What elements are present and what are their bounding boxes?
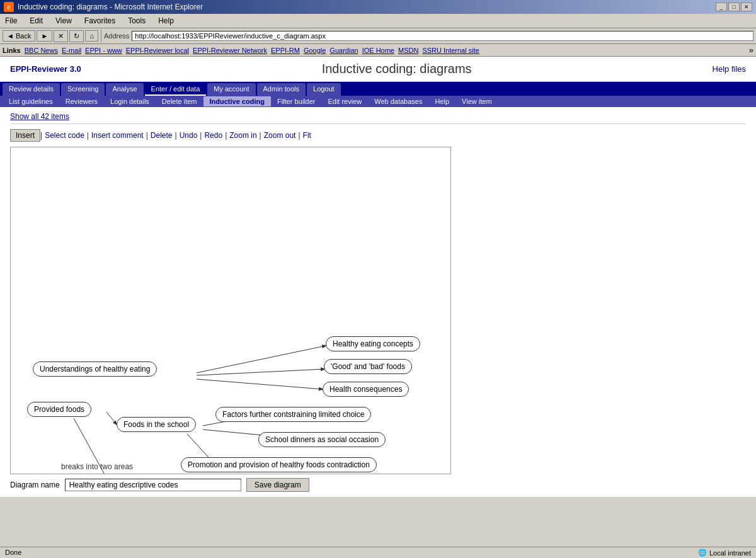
link-ioe-home[interactable]: IOE Home	[362, 47, 394, 54]
links-label: Links	[3, 47, 21, 54]
menu-edit[interactable]: Edit	[27, 15, 45, 26]
break-text: breaks into two areas	[61, 462, 133, 471]
tab-admin-tools[interactable]: Admin tools	[257, 83, 306, 96]
tab-my-account[interactable]: My account	[207, 83, 255, 96]
subnav-delete-item[interactable]: Delete item	[156, 96, 203, 106]
zoom-in-link[interactable]: Zoom in	[227, 131, 259, 140]
app-name: EPPI-Reviewer 3.0	[10, 64, 81, 74]
node-school-dinners[interactable]: School dinners as social occasion	[258, 432, 386, 447]
redo-link[interactable]: Redo	[202, 131, 225, 140]
diagram-area[interactable]: Understandings of healthy eating Healthy…	[10, 147, 451, 474]
fit-link[interactable]: Fit	[301, 131, 314, 140]
tab-screening[interactable]: Screening	[61, 83, 105, 96]
show-items-link[interactable]: Show all 42 items	[10, 112, 746, 124]
window-title: Inductive coding: diagrams - Microsoft I…	[18, 3, 203, 11]
svg-line-3	[106, 412, 117, 424]
help-files-link[interactable]: Help files	[713, 64, 746, 74]
show-items-anchor[interactable]: Show all 42 items	[10, 112, 69, 121]
node-good-bad-foods[interactable]: 'Good' and 'bad' foods	[324, 359, 412, 374]
subnav-view-item[interactable]: View item	[455, 96, 498, 106]
subnav-inductive-coding[interactable]: Inductive coding	[203, 96, 271, 106]
minimize-btn[interactable]: _	[716, 3, 727, 11]
link-bbc-news[interactable]: BBC News	[25, 47, 58, 54]
insert-comment-link[interactable]: Insert comment	[89, 131, 146, 140]
node-promotion-provision[interactable]: Promotion and provision of healthy foods…	[181, 457, 377, 472]
stop-button[interactable]: ✕	[54, 30, 68, 42]
window-controls[interactable]: _ □ ✕	[716, 3, 752, 11]
refresh-button[interactable]: ↻	[69, 30, 84, 42]
subnav-help[interactable]: Help	[428, 96, 455, 106]
menu-bar: File Edit View Favorites Tools Help	[0, 14, 756, 28]
bottom-row: Diagram name Save diagram	[10, 478, 746, 492]
tab-review-details[interactable]: Review details	[3, 83, 60, 96]
node-healthy-eating-concepts[interactable]: Healthy eating concepts	[326, 336, 420, 351]
subnav-edit-review[interactable]: Edit review	[321, 96, 368, 106]
link-email[interactable]: E-mail	[62, 47, 81, 54]
address-input[interactable]	[132, 31, 753, 41]
delete-link[interactable]: Delete	[148, 131, 175, 140]
link-google[interactable]: Google	[304, 47, 326, 54]
svg-line-0	[197, 346, 326, 373]
node-foods-school[interactable]: Foods in the school	[117, 417, 196, 432]
menu-view[interactable]: View	[53, 15, 74, 26]
svg-line-1	[197, 369, 324, 375]
links-bar: Links BBC News E-mail EPPI - www EPPI-Re…	[0, 44, 756, 57]
back-button[interactable]: ◄ Back	[3, 30, 35, 42]
menu-file[interactable]: File	[3, 15, 20, 26]
forward-button[interactable]: ►	[37, 30, 52, 42]
diagram-name-label: Diagram name	[10, 481, 60, 489]
subnav-login-details[interactable]: Login details	[104, 96, 156, 106]
node-understandings[interactable]: Understandings of healthy eating	[33, 362, 157, 377]
nav-tabs: Review details Screening Analyse Enter /…	[0, 82, 756, 96]
link-ssru[interactable]: SSRU Internal site	[422, 47, 479, 54]
svg-line-2	[197, 379, 323, 389]
subnav-reviewers[interactable]: Reviewers	[59, 96, 104, 106]
sub-nav: List guidelines Reviewers Login details …	[0, 96, 756, 107]
title-bar-left: e Inductive coding: diagrams - Microsoft…	[4, 2, 203, 12]
link-eppi-reviewer-local[interactable]: EPPI-Reviewer local	[126, 47, 189, 54]
diagram-name-input[interactable]	[65, 479, 241, 491]
address-bar: Address	[104, 31, 753, 41]
diagram-arrows	[11, 147, 450, 474]
link-msdn[interactable]: MSDN	[398, 47, 418, 54]
link-eppi-www[interactable]: EPPI - www	[85, 47, 122, 54]
node-factors-constraining[interactable]: Factors further contstraining limited ch…	[215, 407, 371, 422]
select-code-link[interactable]: Select code	[42, 131, 87, 140]
close-btn[interactable]: ✕	[741, 3, 752, 11]
insert-button[interactable]: Insert	[10, 129, 40, 142]
link-guardian[interactable]: Guardian	[329, 47, 358, 54]
tab-analyse[interactable]: Analyse	[106, 83, 143, 96]
tab-logout[interactable]: Logout	[307, 83, 341, 96]
menu-tools[interactable]: Tools	[125, 15, 148, 26]
page-title: Inductive coding: diagrams	[322, 62, 472, 76]
address-label: Address	[104, 32, 129, 40]
undo-link[interactable]: Undo	[177, 131, 200, 140]
node-health-consequences[interactable]: Health consequences	[323, 382, 409, 397]
toolbar-separator	[101, 30, 101, 42]
page-content: EPPI-Reviewer 3.0 Inductive coding: diag…	[0, 57, 756, 497]
tab-enter-edit-data[interactable]: Enter / edit data	[145, 83, 207, 96]
zoom-out-link[interactable]: Zoom out	[261, 131, 299, 140]
menu-favorites[interactable]: Favorites	[82, 15, 118, 26]
subnav-list-guidelines[interactable]: List guidelines	[3, 96, 59, 106]
browser-toolbar: ◄ Back ► ✕ ↻ ⌂ Address	[0, 28, 756, 44]
title-bar: e Inductive coding: diagrams - Microsoft…	[0, 0, 756, 14]
ie-icon: e	[4, 2, 14, 12]
subnav-filter-builder[interactable]: Filter builder	[271, 96, 322, 106]
links-expand-icon[interactable]: »	[749, 45, 753, 55]
maximize-btn[interactable]: □	[728, 3, 740, 11]
link-eppi-reviewer-network[interactable]: EPPI-Reviewer Network	[193, 47, 267, 54]
diagram-toolbar: Insert | Select code | Insert comment | …	[10, 129, 746, 142]
link-eppi-rm[interactable]: EPPI-RM	[271, 47, 300, 54]
page-body: Show all 42 items Insert | Select code |…	[0, 107, 756, 497]
save-diagram-button[interactable]: Save diagram	[246, 478, 309, 492]
app-header: EPPI-Reviewer 3.0 Inductive coding: diag…	[0, 57, 756, 82]
node-provided-foods[interactable]: Provided foods	[27, 402, 91, 417]
home-button[interactable]: ⌂	[85, 30, 98, 42]
subnav-web-databases[interactable]: Web databases	[368, 96, 428, 106]
menu-help[interactable]: Help	[156, 15, 176, 26]
